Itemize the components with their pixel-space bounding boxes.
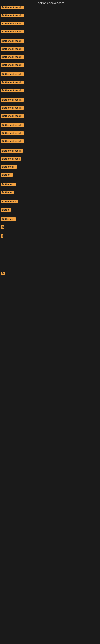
list-item: Bottle	[1, 208, 11, 212]
bottleneck-badge[interactable]: Bottleneck result	[1, 106, 24, 110]
list-item: Bottleneck result	[1, 30, 24, 34]
list-item: Bottleneck result	[1, 114, 24, 118]
site-title: TheBottlenecker.com	[0, 0, 100, 5]
bottleneck-badge[interactable]: Bottlene	[1, 190, 14, 194]
list-item: Bottleneck result	[1, 39, 24, 44]
bottleneck-badge[interactable]: Bottleneck result	[1, 114, 24, 118]
bottleneck-badge[interactable]: Bottleneck	[1, 165, 17, 169]
bottleneck-badge[interactable]: Bottleneck result	[1, 132, 24, 135]
bottleneck-badge[interactable]: Bottleneck result	[1, 39, 24, 43]
bottleneck-badge[interactable]: Bottleneck result	[1, 14, 24, 17]
list-item: Bottleneck result	[1, 63, 24, 68]
bottleneck-badge[interactable]: Bottleneck result	[1, 88, 24, 92]
bottleneck-badge[interactable]: Bottleneck result	[1, 80, 24, 84]
list-item: Bottlene	[1, 190, 14, 195]
site-title-text: TheBottlenecker.com	[36, 1, 64, 5]
list-item: Bottleneck result	[1, 55, 24, 60]
bottleneck-badge[interactable]: |	[1, 234, 3, 238]
bottleneck-badge[interactable]: Bottleneck result	[1, 63, 24, 67]
bottleneck-badge[interactable]: Bottleneck resu	[1, 157, 21, 160]
bottleneck-badge[interactable]: Bottlenec	[1, 182, 16, 186]
bottleneck-badge[interactable]: Bottlenec	[1, 217, 16, 221]
list-item: Bottleneck result	[1, 123, 24, 128]
bottleneck-badge[interactable]: Bottleneck result	[1, 123, 24, 127]
bottleneck-badge[interactable]: Bottleneck result	[1, 55, 24, 59]
bottleneck-badge[interactable]: Bottleneck r	[1, 200, 18, 204]
bottleneck-badge[interactable]: Bottlen	[1, 173, 13, 177]
bottleneck-badge[interactable]: Bottleneck result	[1, 47, 24, 51]
list-item: Bottleneck result	[1, 47, 24, 52]
list-item: Bo	[1, 272, 5, 276]
list-item: Bottleneck result	[1, 22, 24, 26]
list-item: Bottlenec	[1, 182, 16, 187]
bottleneck-badge[interactable]: Bottleneck result	[1, 140, 24, 143]
bottleneck-badge[interactable]: Bo	[1, 272, 5, 275]
list-item: Bottleneck r	[1, 200, 18, 204]
list-item: |	[1, 234, 3, 238]
list-item: Bottleneck resu	[1, 157, 21, 162]
bottleneck-badge[interactable]: Bottleneck result	[1, 22, 24, 25]
list-item: B	[1, 226, 4, 230]
page-container: TheBottlenecker.com Bottleneck resultBot…	[0, 0, 100, 644]
bottleneck-badge[interactable]: Bottleneck result	[1, 6, 24, 9]
list-item: Bottleneck result	[1, 80, 24, 85]
list-item: Bottleneck	[1, 165, 17, 170]
list-item: Bottleneck result	[1, 132, 24, 136]
list-item: Bottleneck result	[1, 88, 24, 93]
bottleneck-badge[interactable]: Bottleneck result	[1, 72, 24, 76]
list-item: Bottleneck result	[1, 72, 24, 77]
bottleneck-badge[interactable]: Bottleneck result	[1, 98, 24, 102]
bottleneck-badge[interactable]: B	[1, 226, 4, 229]
list-item: Bottleneck result	[1, 98, 24, 102]
list-item: Bottleneck result	[1, 14, 24, 18]
list-item: Bottleneck result	[1, 6, 24, 10]
list-item: Bottleneck result	[1, 140, 24, 144]
list-item: Bottlenec	[1, 217, 16, 222]
list-item: Bottlen	[1, 173, 13, 178]
bottleneck-badge[interactable]: Bottleneck result	[1, 149, 23, 152]
bottleneck-badge[interactable]: Bottleneck result	[1, 30, 24, 34]
bottleneck-badge[interactable]: Bottle	[1, 208, 11, 212]
list-item: Bottleneck result	[1, 106, 24, 110]
list-item: Bottleneck result	[1, 149, 23, 153]
